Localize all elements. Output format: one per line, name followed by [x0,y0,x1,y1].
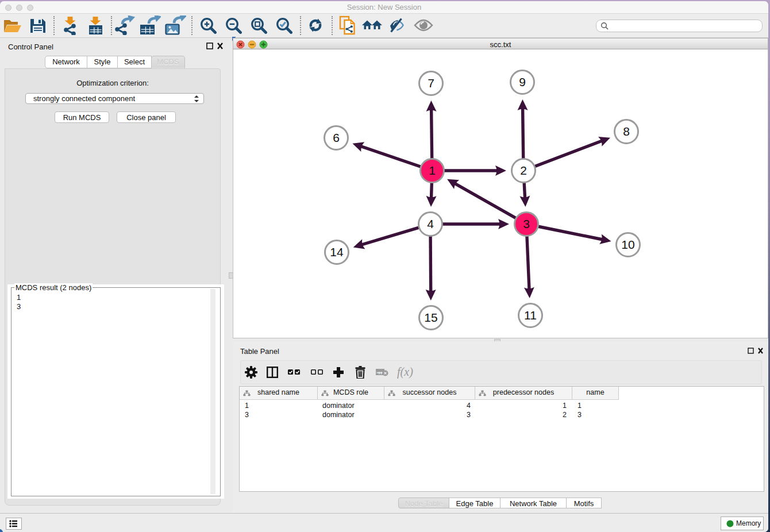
svg-text:2: 2 [520,164,527,177]
svg-text:11: 11 [524,309,537,322]
svg-text:1: 1 [429,164,436,177]
svg-text:4: 4 [427,217,434,230]
svg-text:15: 15 [424,311,437,324]
svg-text:9: 9 [519,75,526,88]
svg-text:7: 7 [428,76,434,90]
svg-text:6: 6 [333,131,340,144]
svg-text:10: 10 [621,238,634,251]
svg-text:14: 14 [330,245,344,259]
svg-text:3: 3 [523,217,530,230]
svg-text:8: 8 [623,125,630,138]
